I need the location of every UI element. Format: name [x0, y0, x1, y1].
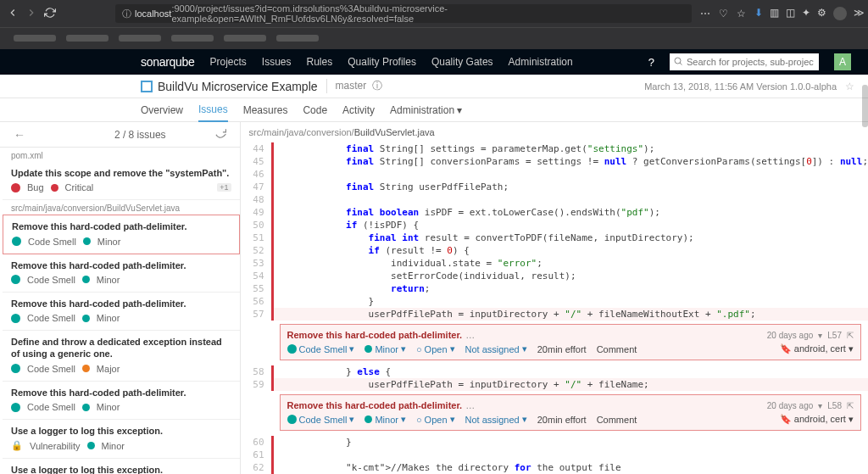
code-line: 55 return;: [241, 282, 868, 295]
issue-type[interactable]: Code Smell ▾: [287, 343, 355, 354]
code-line: 44 final String[] settings = parameterMa…: [241, 142, 868, 155]
settings-icon[interactable]: ⚙: [817, 7, 826, 20]
issue-list-item[interactable]: Remove this hard-coded path-delimiter. C…: [3, 293, 240, 331]
type-icon: [11, 275, 20, 284]
code-viewer: src/main/java/conversion/BuildVuServlet.…: [241, 122, 868, 474]
code-line: 58 } else {: [241, 365, 868, 378]
subnav-administration[interactable]: Administration ▾: [390, 98, 462, 122]
issue-comment[interactable]: Comment: [597, 344, 637, 354]
rule-link-icon[interactable]: …: [465, 330, 475, 340]
nav-quality-profiles[interactable]: Quality Profiles: [348, 56, 416, 68]
code-line: 53 individual.state = "error";: [241, 257, 868, 270]
inline-issue[interactable]: Remove this hard-coded path-delimiter. ……: [280, 324, 861, 360]
issue-list-item[interactable]: Use a logger to log this exception. 🔒 Vu…: [3, 420, 240, 459]
reload-issues-icon[interactable]: [214, 127, 226, 142]
browser-toolbar: ⓘ localhost:9000/project/issues?id=com.i…: [0, 0, 868, 27]
permalink-icon[interactable]: ⇱: [847, 331, 854, 340]
subnav-issues[interactable]: Issues: [198, 98, 228, 122]
issues-sidebar: ← 2 / 8 issues pom.xml Update this scope…: [0, 122, 241, 474]
issue-status[interactable]: ○ Open ▾: [416, 343, 455, 354]
branch-selector[interactable]: master ⓘ: [326, 79, 382, 93]
avatar-icon[interactable]: [833, 7, 847, 20]
scrollbar[interactable]: [862, 85, 868, 127]
type-icon: [11, 183, 20, 192]
issue-severity[interactable]: Minor ▾: [364, 343, 406, 354]
subnav-measures[interactable]: Measures: [243, 98, 288, 122]
severity-icon: [83, 237, 91, 245]
code-line: 61: [241, 449, 868, 461]
help-icon[interactable]: ?: [648, 56, 654, 69]
code-line: 46: [241, 168, 868, 181]
file-group: pom.xml: [3, 148, 240, 162]
severity-icon: [82, 315, 90, 322]
issue-line: L57: [827, 331, 842, 340]
reload-icon[interactable]: [44, 7, 56, 21]
project-subnav: Overview Issues Measures Code Activity A…: [0, 98, 868, 122]
nav-quality-gates[interactable]: Quality Gates: [431, 56, 493, 68]
nav-projects[interactable]: Projects: [209, 56, 246, 68]
file-group: src/main/java/conversion/BuildVuServlet.…: [3, 200, 240, 215]
library-icon[interactable]: ▥: [770, 7, 779, 20]
address-bar[interactable]: ⓘ localhost:9000/project/issues?id=com.i…: [115, 4, 692, 23]
code-line: 54 setErrorCode(individual, result);: [241, 270, 868, 282]
nav-issues[interactable]: Issues: [262, 56, 292, 68]
code-line: 57 userPdfFilePath = inputDirectory + "/…: [241, 308, 868, 321]
nav-administration[interactable]: Administration: [509, 56, 573, 68]
download-icon[interactable]: ⬇: [754, 7, 763, 20]
star-icon[interactable]: ☆: [737, 8, 746, 20]
search-input[interactable]: [670, 53, 819, 70]
type-icon: [11, 314, 20, 323]
nav-rules[interactable]: Rules: [307, 56, 333, 68]
code-line: 49 final boolean isPDF = ext.toLowerCase…: [241, 206, 868, 219]
issue-list-item[interactable]: Update this scope and remove the "system…: [3, 162, 240, 200]
inline-issue[interactable]: Remove this hard-coded path-delimiter.… …: [280, 394, 861, 431]
issue-age: 20 days ago: [767, 331, 814, 340]
code-line: 56 }: [241, 295, 868, 308]
extension-icon[interactable]: ✦: [802, 7, 810, 20]
type-icon: [12, 237, 21, 246]
sidebar-icon[interactable]: ◫: [786, 7, 795, 20]
type-icon: [11, 403, 20, 412]
code-line: 45 final String[] conversionParams = set…: [241, 155, 868, 168]
svg-point-0: [675, 58, 681, 64]
forward-icon[interactable]: [25, 7, 37, 21]
inline-issue-title: Remove this hard-coded path-delimiter.: [287, 330, 463, 340]
code-line: 50 if (!isPDF) {: [241, 219, 868, 231]
severity-icon: [82, 365, 90, 372]
issue-list-item[interactable]: Remove this hard-coded path-delimiter. C…: [3, 215, 240, 254]
lock-icon: 🔒: [11, 440, 23, 451]
subnav-overview[interactable]: Overview: [141, 98, 183, 122]
browser-tabs: [0, 27, 868, 49]
more-icon[interactable]: ⋯: [700, 8, 710, 20]
file-path[interactable]: src/main/java/conversion/BuildVuServlet.…: [241, 122, 868, 142]
issue-list-item[interactable]: Remove this hard-coded path-delimiter. C…: [3, 382, 240, 420]
severity-icon: [87, 442, 95, 449]
reader-icon[interactable]: ♡: [719, 8, 728, 20]
app-logo[interactable]: sonarqube: [141, 55, 194, 69]
issue-assignee[interactable]: Not assigned ▾: [465, 343, 527, 354]
global-search[interactable]: [670, 53, 819, 70]
user-avatar[interactable]: A: [834, 53, 851, 70]
app-navbar: sonarqube Projects Issues Rules Quality …: [0, 49, 868, 75]
issue-list-item[interactable]: Use a logger to log this exception. 🔒 Vu…: [3, 459, 240, 474]
subnav-code[interactable]: Code: [303, 98, 327, 122]
back-icon[interactable]: [7, 7, 19, 21]
severity-icon: [82, 404, 90, 411]
code-line: 48: [241, 193, 868, 206]
issue-tags[interactable]: 🔖 android, cert ▾: [780, 343, 854, 354]
code-line: 62 "k-cmt">//Makes the directory for the…: [241, 461, 868, 474]
issue-list-item[interactable]: Remove this hard-coded path-delimiter. C…: [3, 254, 240, 293]
severity-icon: [51, 184, 58, 192]
code-line: 51 final int result = convertToPDF(fileN…: [241, 231, 868, 244]
type-icon: [11, 364, 20, 373]
code-line: 47 final String userPdfFilePath;: [241, 181, 868, 193]
code-line: 59 userPdfFilePath = inputDirectory + "/…: [241, 378, 868, 391]
project-meta: March 13, 2018, 11:56 AM Version 1.0.0-a…: [644, 81, 837, 92]
subnav-activity[interactable]: Activity: [342, 98, 375, 122]
favorite-icon[interactable]: ☆: [845, 81, 854, 92]
overflow-icon[interactable]: ≫: [854, 7, 865, 20]
search-icon: [673, 56, 683, 66]
back-to-list-icon[interactable]: ←: [14, 128, 25, 142]
project-name[interactable]: BuildVu Microservice Example: [158, 80, 318, 93]
issue-list-item[interactable]: Define and throw a dedicated exception i…: [3, 331, 240, 382]
